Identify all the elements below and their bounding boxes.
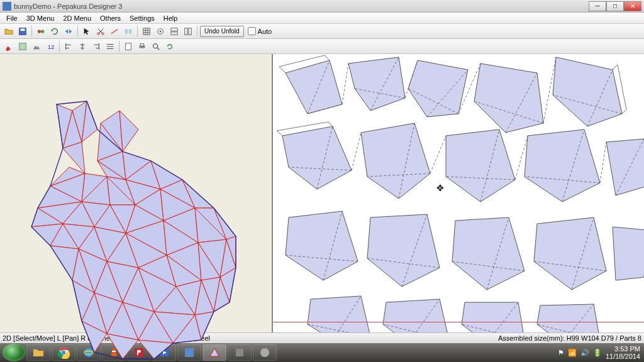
toolbar-separator bbox=[59, 41, 60, 52]
svg-marker-110 bbox=[534, 217, 606, 290]
tool-align-l-icon[interactable] bbox=[62, 40, 75, 53]
svg-point-126 bbox=[260, 348, 269, 357]
tool-cut-icon[interactable] bbox=[94, 25, 107, 38]
svg-marker-100 bbox=[474, 63, 543, 133]
tool-paint-icon[interactable] bbox=[3, 40, 15, 53]
svg-rect-16 bbox=[126, 43, 131, 50]
tray-volume-icon[interactable]: 🔊 bbox=[580, 349, 589, 357]
system-tray[interactable]: ⚑ 📶 🔊 🔋 3:53 PM 11/18/2014 bbox=[558, 345, 641, 360]
svg-marker-108 bbox=[367, 214, 440, 287]
menu-others[interactable]: Others bbox=[96, 14, 125, 23]
svg-marker-102 bbox=[282, 126, 352, 189]
svg-rect-13 bbox=[189, 28, 191, 35]
menu-settings[interactable]: Settings bbox=[126, 14, 158, 23]
status-right: Assembled size(mm): H99 W104 D79 / Parts… bbox=[498, 334, 641, 342]
svg-marker-106 bbox=[606, 139, 644, 195]
svg-rect-10 bbox=[171, 28, 178, 30]
window-controls: ─ □ ✕ bbox=[589, 1, 641, 11]
tray-flag-icon[interactable]: ⚑ bbox=[558, 349, 564, 357]
svg-rect-14 bbox=[19, 43, 26, 50]
svg-marker-105 bbox=[525, 129, 600, 202]
svg-marker-103 bbox=[361, 123, 430, 199]
svg-text:12: 12 bbox=[48, 43, 55, 50]
tool-flip-icon[interactable] bbox=[62, 25, 75, 38]
tool-distribute-icon[interactable] bbox=[104, 40, 116, 53]
page-boundary-line bbox=[273, 322, 644, 322]
tool-page-icon[interactable] bbox=[122, 40, 135, 53]
tool-align-r-icon[interactable] bbox=[90, 40, 103, 53]
toolbar-separator bbox=[31, 26, 32, 37]
svg-point-19 bbox=[153, 43, 158, 48]
toolbar-separator bbox=[77, 26, 78, 37]
tool-join-icon[interactable] bbox=[122, 25, 135, 38]
clock-date: 11/18/2014 bbox=[606, 353, 640, 360]
svg-point-9 bbox=[160, 30, 162, 32]
app-icon bbox=[3, 2, 11, 11]
tray-battery-icon[interactable]: 🔋 bbox=[593, 349, 602, 357]
menu-2d[interactable]: 2D Menu bbox=[59, 14, 95, 23]
viewport-3d[interactable] bbox=[0, 54, 273, 332]
model-3d-bunny bbox=[13, 92, 258, 362]
menu-3d[interactable]: 3D Menu bbox=[23, 14, 58, 23]
maximize-button[interactable]: □ bbox=[606, 1, 624, 11]
auto-checkbox[interactable]: Auto bbox=[248, 27, 272, 35]
open-button[interactable] bbox=[3, 25, 15, 38]
toolbar-separator bbox=[197, 26, 197, 37]
menu-bar: File 3D Menu 2D Menu Others Settings Hel… bbox=[0, 13, 644, 24]
svg-marker-96 bbox=[138, 340, 173, 359]
tool-grid-icon[interactable] bbox=[140, 25, 153, 38]
svg-rect-18 bbox=[140, 43, 143, 46]
window-title: bunnyDemo - Pepakura Designer 3 bbox=[14, 3, 589, 10]
toolbar-separator bbox=[119, 41, 119, 52]
svg-marker-114 bbox=[462, 302, 525, 332]
tool-align-c-icon[interactable] bbox=[76, 40, 89, 53]
svg-marker-113 bbox=[383, 299, 449, 332]
svg-rect-7 bbox=[129, 29, 131, 33]
svg-rect-1 bbox=[21, 28, 25, 31]
toolbar-secondary: 12 bbox=[0, 39, 644, 54]
svg-marker-101 bbox=[553, 57, 622, 126]
tool-zoom-icon[interactable] bbox=[150, 40, 162, 53]
undo-unfold-button[interactable]: Undo Unfold bbox=[200, 26, 244, 37]
menu-help[interactable]: Help bbox=[160, 14, 182, 23]
svg-marker-112 bbox=[308, 296, 370, 332]
svg-marker-107 bbox=[286, 211, 358, 280]
tool-number-icon[interactable]: 12 bbox=[44, 40, 57, 53]
svg-point-2 bbox=[38, 30, 41, 33]
svg-rect-11 bbox=[171, 31, 178, 34]
tool-mountain-icon[interactable] bbox=[30, 40, 43, 53]
svg-marker-111 bbox=[613, 227, 644, 280]
svg-rect-6 bbox=[125, 29, 128, 33]
tool-texture-icon[interactable] bbox=[16, 40, 29, 53]
save-button[interactable] bbox=[16, 25, 29, 38]
toolbar-separator bbox=[137, 26, 138, 37]
workspace: ✥ bbox=[0, 54, 644, 332]
tool-snap-icon[interactable] bbox=[154, 25, 167, 38]
clock-time: 3:53 PM bbox=[606, 345, 640, 353]
menu-file[interactable]: File bbox=[3, 14, 21, 23]
auto-checkbox-input[interactable] bbox=[248, 27, 256, 35]
tool-layout-h-icon[interactable] bbox=[168, 25, 180, 38]
tool-pointer-icon[interactable] bbox=[80, 25, 93, 38]
svg-point-3 bbox=[41, 30, 44, 33]
close-button[interactable]: ✕ bbox=[624, 1, 641, 11]
tool-edge-icon[interactable] bbox=[108, 25, 121, 38]
tool-print-icon[interactable] bbox=[136, 40, 148, 53]
svg-marker-104 bbox=[446, 129, 515, 202]
svg-marker-99 bbox=[408, 60, 468, 117]
tool-layout-v-icon[interactable] bbox=[182, 25, 194, 38]
svg-rect-12 bbox=[185, 28, 187, 35]
auto-label: Auto bbox=[258, 28, 272, 35]
tool-refresh-icon[interactable] bbox=[164, 40, 176, 53]
tool-rotate-icon[interactable] bbox=[48, 25, 61, 38]
taskbar-clock[interactable]: 3:53 PM 11/18/2014 bbox=[606, 345, 641, 360]
window-titlebar: bunnyDemo - Pepakura Designer 3 ─ □ ✕ bbox=[0, 0, 644, 13]
tray-network-icon[interactable]: 📶 bbox=[568, 349, 577, 357]
minimize-button[interactable]: ─ bbox=[589, 1, 606, 11]
cursor-icon: ✥ bbox=[436, 183, 444, 193]
svg-marker-109 bbox=[452, 217, 525, 290]
viewport-2d[interactable]: ✥ bbox=[273, 54, 644, 332]
svg-marker-25 bbox=[119, 111, 138, 151]
tool-recolor-icon[interactable] bbox=[35, 25, 47, 38]
unfolded-pattern bbox=[273, 54, 644, 332]
